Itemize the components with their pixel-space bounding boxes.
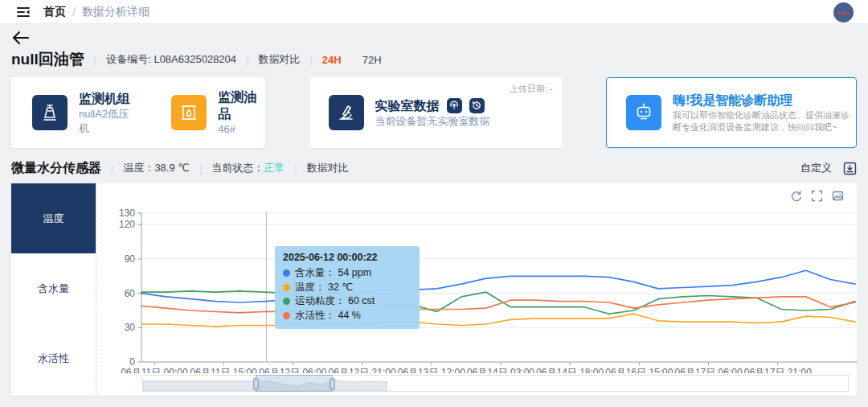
divider: | [94, 54, 96, 66]
data-zoom-icon[interactable] [811, 190, 823, 202]
page-body: null回油管 | 设备编号: L08A6325028204 | 数据对比 | … [0, 24, 868, 396]
range-24h-button[interactable]: 24H [322, 54, 342, 66]
svg-text:06月13日 12:00: 06月13日 12:00 [398, 367, 465, 373]
divider: | [309, 54, 312, 66]
robot-icon [626, 95, 661, 130]
divider: | [294, 162, 297, 175]
data-compare-label[interactable]: 数据对比 [258, 52, 300, 67]
svg-text:120: 120 [119, 219, 135, 230]
tooltip-row: 水活性： 44 % [283, 309, 411, 323]
lab-empty-text: 当前设备暂无实验室数据 [375, 114, 490, 129]
breadcrumb-separator: / [72, 6, 76, 18]
svg-text:06月17日 06:00: 06月17日 06:00 [675, 367, 743, 373]
svg-text:06月17日 21:00: 06月17日 21:00 [744, 367, 812, 373]
sensor-temp: 温度：38.9 ℃ [123, 161, 190, 175]
back-button[interactable] [11, 30, 31, 46]
lab-card-title: 实验室数据 [375, 97, 440, 114]
svg-text:06月11日 00:00: 06月11日 00:00 [121, 367, 187, 373]
chart-panel: 温度 含水量 水活性 030609012013006月 [11, 183, 857, 396]
save-image-icon[interactable] [832, 190, 844, 202]
tooltip-time: 2025-06-12 00:00:22 [283, 252, 411, 263]
tab-water-content[interactable]: 含水量 [11, 253, 96, 323]
svg-text:06月14日 03:00: 06月14日 03:00 [467, 367, 534, 373]
svg-text:06月14日 18:00: 06月14日 18:00 [536, 367, 604, 373]
upload-icon[interactable] [447, 98, 462, 113]
oil-barrel-icon [171, 95, 207, 130]
svg-text:06月12日 06:00: 06月12日 06:00 [259, 367, 326, 373]
sensor-compare-label[interactable]: 数据对比 [307, 161, 349, 175]
svg-text:06月16日 15:00: 06月16日 15:00 [605, 367, 673, 373]
svg-text:130: 130 [119, 208, 135, 219]
datazoom-slider[interactable] [142, 375, 849, 392]
history-icon[interactable] [469, 98, 485, 113]
monitor-oil-item[interactable]: 监测油品 46# [171, 88, 265, 137]
svg-text:30: 30 [125, 322, 136, 333]
datazoom-handle-right[interactable] [330, 378, 335, 390]
top-bar: 首页 / 数据分析详细 inzoc [0, 0, 868, 24]
svg-text:06月11日 15:00: 06月11日 15:00 [190, 367, 257, 373]
assistant-title: 嗨!我是智能诊断助理 [673, 92, 850, 109]
download-icon[interactable] [843, 162, 857, 175]
monitor-card: 监测机组 nullA2低压机 监测油品 46# [11, 77, 265, 148]
restore-icon[interactable] [790, 190, 802, 202]
assistant-desc-line1: 我可以帮你智能化诊断油品状态、提供油液诊 [673, 109, 850, 121]
sensor-header-row: 微量水分传感器 | 温度：38.9 ℃ | 当前状态：正常 | 数据对比 自定义 [11, 158, 857, 178]
machine-icon [32, 95, 68, 130]
svg-text:60: 60 [125, 288, 136, 299]
monitor-unit-title: 监测机组 [79, 90, 134, 107]
assistant-desc-line2: 断专业化润滑设备监测建议，快问问我吧~ [673, 121, 850, 134]
monitor-unit-value: nullA2低压机 [79, 107, 134, 136]
svg-text:06月12日 21:00: 06月12日 21:00 [329, 367, 396, 373]
line-chart[interactable]: 030609012013006月11日 00:0006月11日 15:0006月… [96, 183, 858, 373]
datazoom-window[interactable] [256, 375, 333, 392]
tab-water-activity[interactable]: 水活性 [11, 323, 96, 393]
sensor-status: 当前状态：正常 [211, 161, 285, 175]
lab-data-card: 上传日期: - 实验室数据 [309, 77, 563, 148]
page-title: null回油管 [11, 49, 84, 70]
chart-tabs: 温度 含水量 水活性 [11, 183, 96, 396]
svg-text:0: 0 [129, 356, 135, 368]
divider: | [111, 162, 113, 175]
ai-assistant-card[interactable]: 嗨!我是智能诊断助理 我可以帮你智能化诊断油品状态、提供油液诊 断专业化润滑设备… [606, 77, 857, 148]
monitor-unit-item[interactable]: 监测机组 nullA2低压机 [32, 90, 134, 136]
tab-temperature[interactable]: 温度 [11, 183, 96, 253]
chart-toolbox [790, 190, 844, 202]
monitor-oil-value: 46# [218, 122, 265, 137]
tooltip-row: 含水量： 54 ppm [283, 266, 411, 281]
breadcrumb-home[interactable]: 首页 [43, 5, 66, 19]
avatar[interactable]: inzoc [833, 2, 854, 23]
tooltip-row: 温度： 32 ℃ [283, 281, 411, 295]
range-72h-button[interactable]: 72H [362, 54, 382, 66]
menu-fold-icon[interactable] [16, 5, 31, 19]
device-number: 设备编号: L08A6325028204 [106, 52, 236, 67]
avatar-text: inzoc [837, 10, 850, 15]
svg-text:90: 90 [125, 253, 136, 265]
divider: | [246, 54, 248, 66]
upload-date: 上传日期: - [510, 83, 553, 95]
microscope-icon [329, 95, 364, 130]
custom-range-button[interactable]: 自定义 [800, 161, 832, 175]
sensor-title: 微量水分传感器 [11, 160, 101, 177]
divider: | [199, 162, 202, 175]
title-row: null回油管 | 设备编号: L08A6325028204 | 数据对比 | … [11, 48, 857, 71]
datazoom-handle-left[interactable] [253, 378, 259, 390]
breadcrumb-current: 数据分析详细 [82, 5, 149, 19]
tooltip-row: 运动粘度： 60 cst [283, 294, 411, 309]
status-badge: 正常 [264, 162, 285, 174]
chart-tooltip: 2025-06-12 00:00:22 含水量： 54 ppm温度： 32 ℃运… [275, 246, 420, 329]
monitor-oil-title: 监测油品 [218, 88, 265, 122]
